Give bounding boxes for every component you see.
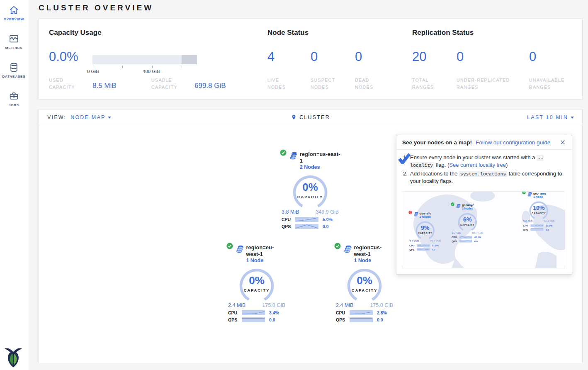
breadcrumb-cluster[interactable]: CLUSTER [291,114,330,121]
node-count-link[interactable]: 1 Node [246,258,288,264]
live-nodes-value: 4 [267,49,275,64]
sidebar-item-label: DATABASES [2,75,26,78]
map-node-us-east-1[interactable]: region=us-east-1 2 Nodes 0% CAPACITY 3.8… [279,151,341,229]
capacity-percent: 0.0% [49,49,78,64]
total-ranges-label: TOTALRANGES [412,77,434,91]
cpu-label: CPU [282,217,293,222]
cpu-value: 5.0% [321,217,339,222]
cpu-label: CPU [228,310,239,315]
minimap-node-nyc: geo=nyc 2 Nodes 6% CAPACITY 3.7 GiB65.7 … [450,203,485,243]
capacity-ring-label: CAPACITY [292,195,328,199]
dead-nodes-value: 0 [355,49,362,64]
sidebar-item-jobs[interactable]: JOBS [0,86,28,111]
sidebar-item-label: OVERVIEW [4,17,24,21]
config-step-1: 1. Ensure every node in your cluster was… [403,154,566,169]
sidebar-item-metrics[interactable]: METRICS [0,29,28,54]
node-region-label: region=us-west-1 [354,245,396,258]
capacity-ring: 0% CAPACITY [238,268,275,301]
unavailable-ranges-label: UNAVAILABLERANGES [529,77,565,91]
view-label: VIEW: [47,114,66,120]
configuration-guide-link[interactable]: Follow our configuration guide [476,139,550,146]
time-range-dropdown[interactable]: LAST 10 MIN [527,114,574,120]
cpu-value: 3.4% [267,310,285,315]
qps-label: QPS [336,317,347,322]
replication-status-title: Replication Status [412,29,474,37]
qps-value: 0.0 [375,317,393,322]
capacity-ring-label: CAPACITY [346,288,383,292]
live-nodes-label: LIVENODES [267,77,286,91]
cpu-value: 2.8% [375,310,393,315]
jobs-icon [9,91,19,101]
minimap-node-ams: geo=ams 1 Node 10% CAPACITY 3.6 GiB34.4 … [522,192,556,231]
healthy-check-icon [522,191,526,195]
step-done-check-icon [398,153,411,164]
locality-tree-link[interactable]: See current locality tree [449,162,506,168]
databases-icon [9,62,19,73]
sidebar-item-label: METRICS [5,46,23,50]
cpu-sparkline [350,310,373,315]
cpu-label: CPU [336,310,347,315]
healthy-check-icon [451,202,454,206]
node-region-label: region=eu-west-1 [246,245,288,258]
node-stack-icon [527,192,532,197]
node-map-config-popup: See your nodes on a map! Follow our conf… [396,135,572,275]
cpu-sparkline [242,310,265,315]
map-node-us-west-1[interactable]: region=us-west-1 1 Node 0% CAPACITY 2.4 … [333,244,396,322]
capacity-tick-label-400: 400 GiB [143,69,160,74]
unavailable-ranges-value: 0 [529,49,536,64]
chevron-down-icon [108,117,111,119]
system-locations-code: system.locations [459,171,507,177]
minimap-node-sfo: geo=sfo 2 Nodes 9% CAPACITY 3.2 GiB35.1 … [408,212,442,251]
usable-capacity-label: USABLE CAPACITY [151,77,193,91]
sidebar-item-label: JOBS [9,103,19,107]
capacity-ring: 0% CAPACITY [346,268,383,301]
home-icon [9,5,19,15]
capacity-bar-reserved-segment [182,55,197,64]
capacity-usage-title: Capacity Usage [49,29,102,37]
total-ranges-value: 20 [412,49,426,64]
capacity-ring-label: CAPACITY [238,288,275,292]
node-stack-icon [413,212,419,217]
sidebar-item-overview[interactable]: OVERVIEW [0,0,28,25]
node-count-link[interactable]: 2 Nodes [300,164,341,171]
under-replicated-ranges-value: 0 [457,49,464,64]
example-node-map-image: geo=sfo 2 Nodes 9% CAPACITY 3.2 GiB35.1 … [402,191,565,268]
node-stack-icon [235,244,244,254]
node-stack-icon [456,203,461,209]
cluster-overview-page: OVERVIEW METRICS DATABASES JOBS CLUSTER … [0,0,588,370]
qps-sparkline [350,317,373,322]
capacity-percent-value: 0% [346,274,383,287]
sidebar-item-databases[interactable]: DATABASES [0,57,28,83]
cockroachdb-logo [4,347,23,368]
healthy-check-icon [334,243,341,249]
node-count-link[interactable]: 1 Node [354,258,396,264]
chevron-down-icon [571,117,574,119]
capacity-tick-label-0: 0 GiB [87,69,99,74]
location-pin-icon [291,114,296,121]
capacity-percent-value: 0% [238,274,275,287]
usable-capacity-value: 699.8 GiB [194,82,226,90]
capacity-ring: 0% CAPACITY [292,174,328,207]
healthy-check-icon [280,149,287,156]
warning-icon [408,211,412,214]
dead-nodes-label: DEADNODES [355,77,373,91]
under-replicated-ranges-label: UNDER-REPLICATEDRANGES [457,77,510,91]
sidebar: OVERVIEW METRICS DATABASES JOBS [0,0,28,370]
suspect-nodes-value: 0 [311,49,318,64]
node-status-title: Node Status [267,29,309,37]
view-selector-dropdown[interactable]: NODE MAP [70,114,111,120]
capacity-bar-ticks [92,66,197,68]
node-stack-icon [343,244,352,254]
node-region-label: region=us-east-1 [300,151,341,164]
used-capacity-label: USED CAPACITY [49,77,90,91]
popup-title: See your nodes on a map! [402,139,472,146]
summary-card: Capacity Usage 0.0% 0 GiB 400 GiB USED C… [39,18,583,100]
capacity-percent-value: 0% [292,181,328,194]
config-step-2: 2. Add locations to the system.locations… [403,170,566,185]
close-icon[interactable] [559,139,566,146]
healthy-check-icon [226,243,233,249]
metrics-icon [9,34,19,44]
map-node-eu-west-1[interactable]: region=eu-west-1 1 Node 0% CAPACITY 2.4 … [226,244,288,322]
node-stack-icon [289,151,298,161]
view-bar: VIEW: NODE MAP CLUSTER LAST 10 MIN [39,110,582,125]
